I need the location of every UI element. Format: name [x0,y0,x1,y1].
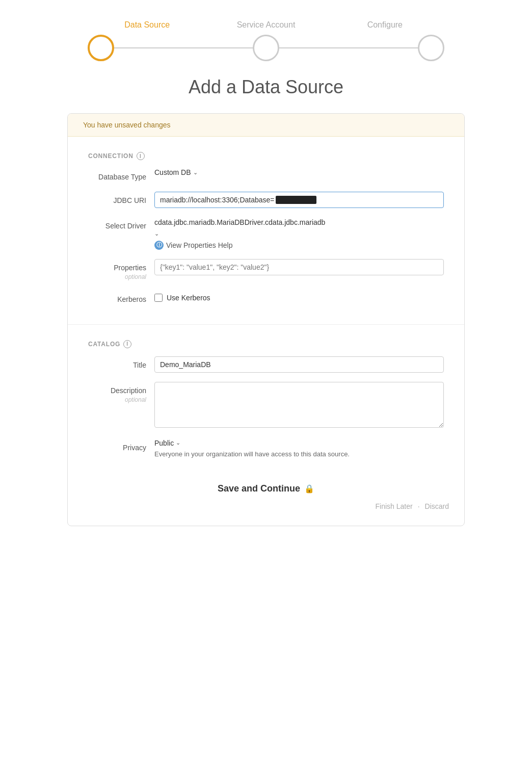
kerberos-row: Kerberos Use Kerberos [88,291,444,305]
kerberos-checkbox-label: Use Kerberos [167,294,210,302]
driver-chevron-icon: ⌄ [154,230,159,237]
privacy-value: Public [154,439,174,447]
database-type-value: Custom DB [154,168,191,176]
save-continue-button[interactable]: Save and Continue 🔒 [218,483,314,494]
catalog-section-title: CATALOG i [88,340,444,348]
properties-row: Properties optional [88,259,444,281]
catalog-description-row: Description optional [88,382,444,430]
privacy-description: Everyone in your organization will have … [154,449,444,459]
jdbc-uri-field: mariadb://localhost:3306;Database= [154,192,444,208]
footer-links: Finish Later · Discard [68,494,464,510]
privacy-row: Privacy Public ⌄ Everyone in your organi… [88,439,444,459]
jdbc-uri-label: JDBC URI [88,192,154,206]
database-type-field: Custom DB ⌄ [154,168,444,176]
kerberos-field: Use Kerberos [154,291,444,302]
properties-label: Properties optional [88,259,154,281]
jdbc-redacted-value [276,196,316,204]
select-driver-label: Select Driver [88,217,154,231]
discard-link[interactable]: Discard [425,502,449,510]
unsaved-changes-banner: You have unsaved changes [68,114,464,137]
catalog-title-label: Title [88,356,154,371]
catalog-section: CATALOG i Title Description optional Pri… [68,335,464,474]
step-label-data-source: Data Source [88,20,206,30]
stepper-labels: Data Source Service Account Configure [88,20,444,30]
catalog-title-row: Title [88,356,444,373]
connection-section-title: CONNECTION i [88,152,444,160]
catalog-title-input[interactable] [154,356,444,373]
view-properties-link[interactable]: ⓘ View Properties Help [154,241,444,250]
stepper-line-2 [279,47,418,48]
properties-input[interactable] [154,259,444,275]
save-continue-wrapper: Save and Continue 🔒 [68,483,464,494]
select-driver-field: cdata.jdbc.mariadb.MariaDBDriver.cdata.j… [154,217,444,250]
catalog-description-textarea[interactable] [154,382,444,428]
jdbc-uri-input[interactable]: mariadb://localhost:3306;Database= [154,192,444,208]
connection-section: CONNECTION i Database Type Custom DB ⌄ J… [68,147,464,319]
stepper-track [88,35,444,61]
stepper-line-1 [114,47,253,48]
page-title: Add a Data Source [189,76,343,98]
section-divider [68,324,464,325]
privacy-chevron-icon: ⌄ [176,439,180,446]
database-type-row: Database Type Custom DB ⌄ [88,168,444,183]
stepper: Data Source Service Account Configure [88,20,444,61]
jdbc-uri-row: JDBC URI mariadb://localhost:3306;Databa… [88,192,444,208]
privacy-select[interactable]: Public ⌄ [154,439,444,447]
catalog-description-label: Description optional [88,382,154,404]
help-circle-icon: ⓘ [154,241,164,250]
kerberos-checkbox-row: Use Kerberos [154,291,444,302]
form-card: You have unsaved changes CONNECTION i Da… [67,113,465,526]
catalog-info-icon[interactable]: i [123,340,131,348]
step-circle-3 [418,35,444,61]
catalog-title-field [154,356,444,373]
finish-later-link[interactable]: Finish Later [375,502,412,510]
chevron-down-icon: ⌄ [193,169,198,176]
catalog-description-field [154,382,444,430]
step-label-configure: Configure [326,20,444,30]
privacy-field: Public ⌄ Everyone in your organization w… [154,439,444,459]
step-circle-2 [253,35,279,61]
database-type-label: Database Type [88,168,154,183]
connection-info-icon[interactable]: i [137,152,145,160]
step-label-service-account: Service Account [206,20,325,30]
kerberos-checkbox[interactable] [154,294,163,302]
properties-field [154,259,444,275]
database-type-select[interactable]: Custom DB ⌄ [154,168,444,176]
privacy-label: Privacy [88,439,154,453]
driver-value: cdata.jdbc.mariadb.MariaDBDriver.cdata.j… [154,217,444,239]
lock-icon: 🔒 [304,484,314,494]
select-driver-row: Select Driver cdata.jdbc.mariadb.MariaDB… [88,217,444,250]
step-circle-1 [88,35,114,61]
jdbc-uri-prefix: mariadb://localhost:3306;Database= [160,196,275,204]
kerberos-label: Kerberos [88,291,154,305]
